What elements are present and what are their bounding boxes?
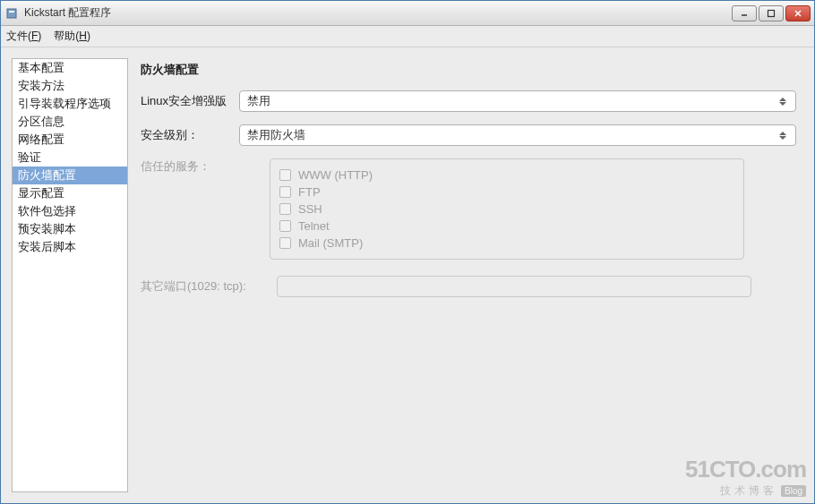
sidebar-item-basic[interactable]: 基本配置 [13,59,127,77]
svg-rect-0 [7,9,16,18]
selinux-dropdown[interactable]: 禁用 [239,90,796,112]
row-services: 信任的服务： WWW (HTTP) FTP SSH [141,158,796,260]
service-label: SSH [298,202,322,216]
service-label: WWW (HTTP) [298,168,373,182]
trusted-services-box: WWW (HTTP) FTP SSH Telnet [270,158,744,260]
sidebar-item-postscript[interactable]: 安装后脚本 [13,238,127,256]
section-title: 防火墙配置 [141,62,796,78]
app-icon [4,6,19,21]
minimize-button[interactable] [732,5,757,21]
sidebar-item-prescript[interactable]: 预安装脚本 [13,220,127,238]
level-value: 禁用防火墙 [247,127,305,143]
row-selinux: Linux安全增强版 禁用 [141,90,796,112]
chevron-updown-icon [779,129,790,141]
selinux-value: 禁用 [247,93,270,109]
service-mail: Mail (SMTP) [279,235,734,252]
app-window: Kickstart 配置程序 文件(F) 帮助(H) 基本配置 安装方法 引导装… [0,0,815,504]
checkbox-www [279,169,291,181]
sidebar-item-auth[interactable]: 验证 [13,149,127,167]
other-ports-input [277,276,751,297]
service-ftp: FTP [279,184,734,201]
service-label: Telnet [298,219,330,233]
sidebar-item-network[interactable]: 网络配置 [13,131,127,149]
service-ssh: SSH [279,201,734,218]
sidebar-item-packages[interactable]: 软件包选择 [13,202,127,220]
checkbox-telnet [279,220,291,232]
content-area: 基本配置 安装方法 引导装载程序选项 分区信息 网络配置 验证 防火墙配置 显示… [1,47,814,503]
svg-rect-1 [9,11,14,13]
sidebar-item-install-method[interactable]: 安装方法 [13,77,127,95]
menu-file[interactable]: 文件(F) [6,29,41,44]
services-label: 信任的服务： [141,158,239,175]
selinux-label: Linux安全增强版 [141,93,239,109]
svg-rect-3 [768,10,775,16]
checkbox-mail [279,237,291,249]
sidebar-item-firewall[interactable]: 防火墙配置 [13,167,127,184]
service-telnet: Telnet [279,218,734,235]
checkbox-ftp [279,186,291,198]
window-controls [732,5,811,21]
titlebar: Kickstart 配置程序 [1,1,814,26]
sidebar-item-bootloader[interactable]: 引导装载程序选项 [13,95,127,113]
sidebar-item-partition[interactable]: 分区信息 [13,113,127,131]
close-button[interactable] [785,5,811,21]
maximize-button[interactable] [759,5,784,21]
service-www: WWW (HTTP) [279,167,734,184]
row-security-level: 安全级别： 禁用防火墙 [141,124,796,146]
main-panel: 防火墙配置 Linux安全增强版 禁用 安全级别： 禁用防火墙 [141,58,803,492]
service-label: Mail (SMTP) [298,236,363,250]
chevron-updown-icon [779,95,790,107]
level-label: 安全级别： [141,127,239,143]
other-ports-label: 其它端口(1029: tcp): [141,278,246,295]
service-label: FTP [298,185,321,199]
menu-help[interactable]: 帮助(H) [54,29,90,44]
checkbox-ssh [279,203,291,215]
row-other-ports: 其它端口(1029: tcp): [141,276,796,297]
sidebar-item-display[interactable]: 显示配置 [13,184,127,202]
sidebar: 基本配置 安装方法 引导装载程序选项 分区信息 网络配置 验证 防火墙配置 显示… [12,58,128,492]
menubar: 文件(F) 帮助(H) [1,26,814,47]
window-title: Kickstart 配置程序 [24,5,732,21]
security-level-dropdown[interactable]: 禁用防火墙 [239,124,796,146]
